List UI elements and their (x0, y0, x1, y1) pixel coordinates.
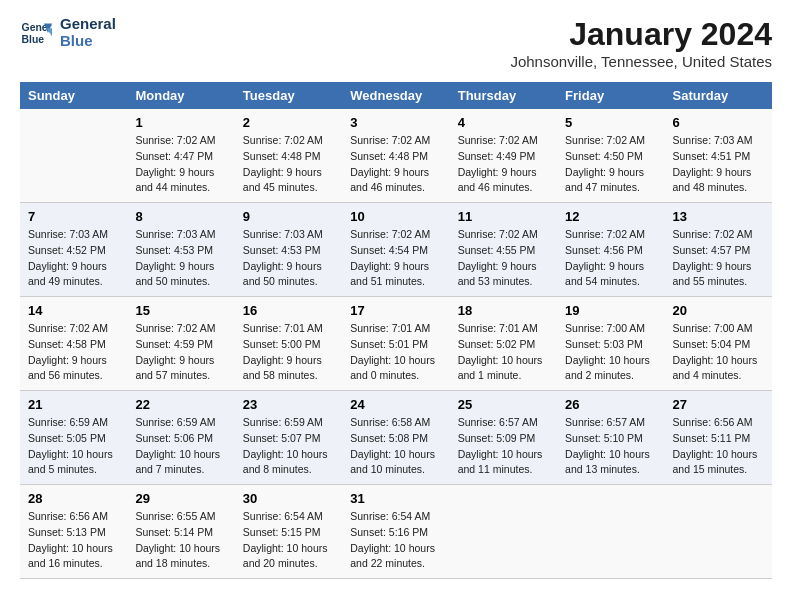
sunset-time: Sunset: 4:52 PM (28, 244, 106, 256)
calendar-cell: 31Sunrise: 6:54 AMSunset: 5:16 PMDayligh… (342, 485, 449, 579)
daylight-hours: Daylight: 10 hours and 22 minutes. (350, 542, 435, 570)
sunrise-time: Sunrise: 7:03 AM (135, 228, 215, 240)
day-number: 22 (135, 397, 226, 412)
location-subtitle: Johnsonville, Tennessee, United States (510, 53, 772, 70)
daylight-hours: Daylight: 9 hours and 50 minutes. (243, 260, 322, 288)
day-number: 12 (565, 209, 656, 224)
day-info: Sunrise: 6:58 AMSunset: 5:08 PMDaylight:… (350, 415, 441, 478)
sunrise-time: Sunrise: 7:02 AM (135, 322, 215, 334)
sunrise-time: Sunrise: 6:59 AM (135, 416, 215, 428)
daylight-hours: Daylight: 10 hours and 20 minutes. (243, 542, 328, 570)
calendar-cell: 23Sunrise: 6:59 AMSunset: 5:07 PMDayligh… (235, 391, 342, 485)
day-number: 21 (28, 397, 119, 412)
day-number: 18 (458, 303, 549, 318)
calendar-cell: 18Sunrise: 7:01 AMSunset: 5:02 PMDayligh… (450, 297, 557, 391)
day-info: Sunrise: 6:57 AMSunset: 5:09 PMDaylight:… (458, 415, 549, 478)
day-number: 1 (135, 115, 226, 130)
daylight-hours: Daylight: 9 hours and 48 minutes. (673, 166, 752, 194)
logo-line1: General (60, 16, 116, 33)
sunrise-time: Sunrise: 7:02 AM (458, 228, 538, 240)
day-info: Sunrise: 7:02 AMSunset: 4:48 PMDaylight:… (350, 133, 441, 196)
calendar-cell: 15Sunrise: 7:02 AMSunset: 4:59 PMDayligh… (127, 297, 234, 391)
calendar-cell: 8Sunrise: 7:03 AMSunset: 4:53 PMDaylight… (127, 203, 234, 297)
daylight-hours: Daylight: 9 hours and 46 minutes. (458, 166, 537, 194)
header-day-tuesday: Tuesday (235, 82, 342, 109)
sunrise-time: Sunrise: 6:55 AM (135, 510, 215, 522)
sunset-time: Sunset: 4:51 PM (673, 150, 751, 162)
day-info: Sunrise: 6:55 AMSunset: 5:14 PMDaylight:… (135, 509, 226, 572)
day-number: 23 (243, 397, 334, 412)
calendar-cell: 29Sunrise: 6:55 AMSunset: 5:14 PMDayligh… (127, 485, 234, 579)
calendar-cell: 6Sunrise: 7:03 AMSunset: 4:51 PMDaylight… (665, 109, 772, 203)
daylight-hours: Daylight: 10 hours and 8 minutes. (243, 448, 328, 476)
sunrise-time: Sunrise: 7:01 AM (350, 322, 430, 334)
day-number: 26 (565, 397, 656, 412)
calendar-cell (20, 109, 127, 203)
daylight-hours: Daylight: 9 hours and 46 minutes. (350, 166, 429, 194)
daylight-hours: Daylight: 9 hours and 47 minutes. (565, 166, 644, 194)
day-number: 4 (458, 115, 549, 130)
day-number: 29 (135, 491, 226, 506)
day-number: 25 (458, 397, 549, 412)
sunrise-time: Sunrise: 6:56 AM (28, 510, 108, 522)
day-info: Sunrise: 7:01 AMSunset: 5:01 PMDaylight:… (350, 321, 441, 384)
day-info: Sunrise: 6:56 AMSunset: 5:11 PMDaylight:… (673, 415, 764, 478)
day-number: 9 (243, 209, 334, 224)
day-number: 17 (350, 303, 441, 318)
day-info: Sunrise: 6:54 AMSunset: 5:16 PMDaylight:… (350, 509, 441, 572)
daylight-hours: Daylight: 10 hours and 15 minutes. (673, 448, 758, 476)
calendar-cell: 9Sunrise: 7:03 AMSunset: 4:53 PMDaylight… (235, 203, 342, 297)
sunset-time: Sunset: 4:49 PM (458, 150, 536, 162)
sunset-time: Sunset: 4:47 PM (135, 150, 213, 162)
svg-text:Blue: Blue (22, 33, 45, 44)
calendar-cell: 27Sunrise: 6:56 AMSunset: 5:11 PMDayligh… (665, 391, 772, 485)
calendar-cell (557, 485, 664, 579)
sunset-time: Sunset: 5:13 PM (28, 526, 106, 538)
logo-icon: General Blue (20, 17, 52, 49)
day-info: Sunrise: 6:54 AMSunset: 5:15 PMDaylight:… (243, 509, 334, 572)
sunset-time: Sunset: 5:08 PM (350, 432, 428, 444)
calendar-cell: 17Sunrise: 7:01 AMSunset: 5:01 PMDayligh… (342, 297, 449, 391)
calendar-cell: 14Sunrise: 7:02 AMSunset: 4:58 PMDayligh… (20, 297, 127, 391)
sunrise-time: Sunrise: 7:03 AM (28, 228, 108, 240)
calendar-cell: 10Sunrise: 7:02 AMSunset: 4:54 PMDayligh… (342, 203, 449, 297)
header-day-wednesday: Wednesday (342, 82, 449, 109)
day-info: Sunrise: 7:03 AMSunset: 4:53 PMDaylight:… (135, 227, 226, 290)
sunrise-time: Sunrise: 6:57 AM (458, 416, 538, 428)
sunset-time: Sunset: 5:05 PM (28, 432, 106, 444)
logo: General Blue General Blue (20, 16, 116, 49)
sunset-time: Sunset: 4:58 PM (28, 338, 106, 350)
day-number: 7 (28, 209, 119, 224)
day-info: Sunrise: 7:02 AMSunset: 4:49 PMDaylight:… (458, 133, 549, 196)
daylight-hours: Daylight: 10 hours and 5 minutes. (28, 448, 113, 476)
calendar-cell: 12Sunrise: 7:02 AMSunset: 4:56 PMDayligh… (557, 203, 664, 297)
sunset-time: Sunset: 5:02 PM (458, 338, 536, 350)
daylight-hours: Daylight: 10 hours and 13 minutes. (565, 448, 650, 476)
day-info: Sunrise: 7:02 AMSunset: 4:57 PMDaylight:… (673, 227, 764, 290)
sunset-time: Sunset: 4:59 PM (135, 338, 213, 350)
daylight-hours: Daylight: 10 hours and 4 minutes. (673, 354, 758, 382)
sunset-time: Sunset: 5:06 PM (135, 432, 213, 444)
day-info: Sunrise: 7:02 AMSunset: 4:50 PMDaylight:… (565, 133, 656, 196)
day-info: Sunrise: 7:02 AMSunset: 4:58 PMDaylight:… (28, 321, 119, 384)
sunrise-time: Sunrise: 6:59 AM (243, 416, 323, 428)
calendar-cell: 19Sunrise: 7:00 AMSunset: 5:03 PMDayligh… (557, 297, 664, 391)
day-number: 11 (458, 209, 549, 224)
sunrise-time: Sunrise: 7:03 AM (673, 134, 753, 146)
sunset-time: Sunset: 5:01 PM (350, 338, 428, 350)
day-number: 15 (135, 303, 226, 318)
calendar-body: 1Sunrise: 7:02 AMSunset: 4:47 PMDaylight… (20, 109, 772, 579)
day-info: Sunrise: 7:02 AMSunset: 4:56 PMDaylight:… (565, 227, 656, 290)
sunset-time: Sunset: 4:57 PM (673, 244, 751, 256)
sunset-time: Sunset: 5:14 PM (135, 526, 213, 538)
day-number: 13 (673, 209, 764, 224)
sunrise-time: Sunrise: 7:02 AM (135, 134, 215, 146)
calendar-cell: 16Sunrise: 7:01 AMSunset: 5:00 PMDayligh… (235, 297, 342, 391)
day-number: 19 (565, 303, 656, 318)
day-number: 31 (350, 491, 441, 506)
sunrise-time: Sunrise: 7:02 AM (565, 134, 645, 146)
header-row: SundayMondayTuesdayWednesdayThursdayFrid… (20, 82, 772, 109)
daylight-hours: Daylight: 10 hours and 18 minutes. (135, 542, 220, 570)
week-row-3: 14Sunrise: 7:02 AMSunset: 4:58 PMDayligh… (20, 297, 772, 391)
day-number: 14 (28, 303, 119, 318)
